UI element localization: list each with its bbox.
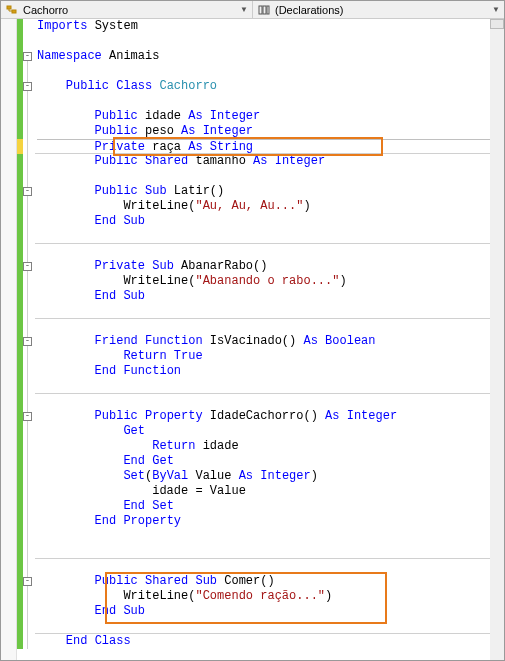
split-handle[interactable] (490, 19, 504, 29)
code-line[interactable] (37, 394, 504, 409)
code-line[interactable]: End Set (37, 499, 504, 514)
code-line[interactable]: Set(ByVal Value As Integer) (37, 469, 504, 484)
collapse-toggle[interactable]: - (23, 187, 32, 196)
member-dropdown-label: (Declarations) (275, 4, 492, 16)
code-area[interactable]: Imports System Namespace Animais Public … (35, 19, 504, 660)
svg-rect-0 (7, 6, 11, 9)
code-line[interactable]: End Property (37, 514, 504, 529)
separator-line (35, 318, 504, 319)
code-line[interactable]: End Sub (37, 604, 504, 619)
svg-rect-4 (259, 6, 262, 14)
code-line[interactable]: Get (37, 424, 504, 439)
code-line[interactable] (37, 244, 504, 259)
collapse-toggle[interactable]: - (23, 82, 32, 91)
collapse-toggle[interactable]: - (23, 337, 32, 346)
code-line[interactable]: idade = Value (37, 484, 504, 499)
class-dropdown[interactable]: Cachorro ▼ (1, 1, 253, 18)
code-line[interactable] (37, 64, 504, 79)
collapse-toggle[interactable]: - (23, 412, 32, 421)
chevron-down-icon: ▼ (492, 5, 500, 14)
separator-line (35, 558, 504, 559)
svg-rect-1 (12, 10, 16, 13)
code-line[interactable]: WriteLine("Au, Au, Au...") (37, 199, 504, 214)
code-line[interactable]: WriteLine("Abanando o rabo...") (37, 274, 504, 289)
code-line[interactable]: Public peso As Integer (37, 124, 504, 139)
code-line[interactable]: Public Shared tamanho As Integer (37, 154, 504, 169)
code-line[interactable]: End Function (37, 364, 504, 379)
code-line-current[interactable]: Private raça As String (37, 139, 504, 154)
code-line[interactable]: Public Sub Latir() (37, 184, 504, 199)
vertical-scrollbar[interactable] (490, 29, 504, 660)
code-line[interactable] (37, 619, 504, 634)
separator-line (35, 243, 504, 244)
class-dropdown-label: Cachorro (23, 4, 240, 16)
member-dropdown[interactable]: (Declarations) ▼ (253, 1, 504, 18)
code-line[interactable] (37, 379, 504, 394)
code-line[interactable]: Return idade (37, 439, 504, 454)
collapse-toggle[interactable]: - (23, 262, 32, 271)
outline-guide (27, 52, 28, 649)
svg-rect-6 (267, 6, 269, 14)
code-line[interactable]: Public Shared Sub Comer() (37, 574, 504, 589)
code-line[interactable]: End Get (37, 454, 504, 469)
code-line[interactable] (37, 169, 504, 184)
class-icon (5, 3, 19, 17)
code-line[interactable]: Imports System (37, 19, 504, 34)
code-line[interactable] (37, 319, 504, 334)
separator-line (35, 153, 504, 154)
code-line[interactable]: End Sub (37, 214, 504, 229)
outlining-column: - - - - - - - (23, 19, 35, 660)
code-line[interactable] (37, 529, 504, 544)
code-line[interactable] (37, 544, 504, 559)
code-line[interactable] (37, 649, 504, 661)
declarations-icon (257, 3, 271, 17)
code-line[interactable]: Public idade As Integer (37, 109, 504, 124)
code-line[interactable]: Friend Function IsVacinado() As Boolean (37, 334, 504, 349)
code-line[interactable] (37, 229, 504, 244)
collapse-toggle[interactable]: - (23, 577, 32, 586)
code-line[interactable]: WriteLine("Comendo ração...") (37, 589, 504, 604)
code-line[interactable] (37, 94, 504, 109)
code-line[interactable] (37, 304, 504, 319)
code-line[interactable]: Private Sub AbanarRabo() (37, 259, 504, 274)
code-line[interactable]: Return True (37, 349, 504, 364)
separator-line (35, 393, 504, 394)
margin-column (1, 19, 17, 660)
code-line[interactable]: Public Property IdadeCachorro() As Integ… (37, 409, 504, 424)
svg-rect-5 (263, 6, 266, 14)
code-line[interactable] (37, 34, 504, 49)
separator-line (35, 633, 504, 634)
navigation-bar: Cachorro ▼ (Declarations) ▼ (1, 1, 504, 19)
code-line[interactable]: End Class (37, 634, 504, 649)
chevron-down-icon: ▼ (240, 5, 248, 14)
code-line[interactable]: Namespace Animais (37, 49, 504, 64)
code-line[interactable]: Public Class Cachorro (37, 79, 504, 94)
collapse-toggle[interactable]: - (23, 52, 32, 61)
code-editor[interactable]: - - - - - - - Imports System Namespace A… (1, 19, 504, 660)
code-line[interactable] (37, 559, 504, 574)
code-line[interactable]: End Sub (37, 289, 504, 304)
